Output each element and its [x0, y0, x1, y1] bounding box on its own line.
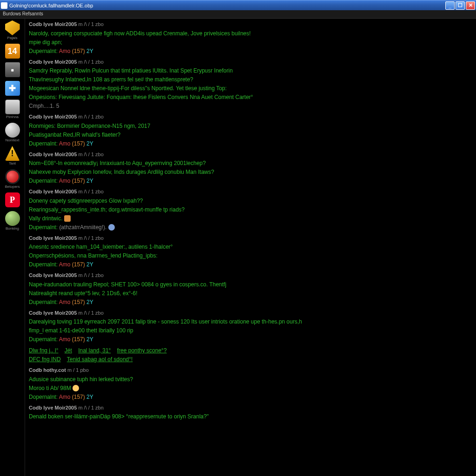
- footer-label: Dupernalnt:: [29, 140, 59, 147]
- post-line: Denald boken ser-lilámr-painDáp 908> °re…: [29, 412, 472, 421]
- post-meta: m /\ / 1 zbo: [78, 235, 103, 241]
- post: Codb Iyve Moir2005 m /\ / 1 zboRonmiges:…: [29, 113, 472, 148]
- sidebar-item-2[interactable]: ■: [1, 62, 24, 77]
- post-line: mpie dig apn;: [29, 38, 472, 46]
- post: Codb Iyve Moir2005 m /\ / 1 zbnDenald bo…: [29, 404, 472, 421]
- footer-code: (157): [72, 336, 86, 343]
- post-user[interactable]: Codb Iyve Moir2005: [29, 405, 77, 410]
- footer-tail: 2Y: [86, 48, 93, 54]
- maximize-button[interactable]: ☐: [456, 1, 465, 10]
- post: Codb Iyve Moir2005 m /\ / 1 zboNape-irad…: [29, 271, 472, 306]
- post-header: Codb Iyve Moir2005 m /\ / 1 zbo: [29, 271, 472, 279]
- post: Codb Iyve Moir2005 m /\ / 1 zboDoneny ca…: [29, 188, 472, 231]
- sidebar-item-0[interactable]: Pajals: [1, 20, 24, 40]
- sidebar-item-1[interactable]: 14: [1, 44, 24, 59]
- post-header: Codb Iyve Moir2005 m /\ / 1 zbo: [29, 188, 472, 196]
- inline-link[interactable]: DFC fng IND: [29, 356, 61, 363]
- emoji-icon: [108, 224, 115, 231]
- post-meta: m /\ / 1 zbn: [78, 405, 103, 410]
- footer-label: Dupernalnt:: [29, 299, 59, 305]
- sidebar-item-3[interactable]: ✚: [1, 81, 24, 96]
- emoji-icon: [73, 385, 79, 391]
- post-footer: Dupernalnt: Amo (157) 2Y: [29, 177, 472, 185]
- post-header: Codb hothy.cot m / 1 pbo: [29, 366, 472, 374]
- post-footer: Dopernalnt: Amo (157) 2Y: [29, 393, 472, 401]
- close-button[interactable]: ✕: [466, 1, 475, 10]
- sidebar-item-6[interactable]: !Tant: [1, 146, 24, 165]
- post-meta: m /\ / 1 zbo: [78, 21, 103, 27]
- sidebar-icon: [5, 20, 20, 35]
- post-user[interactable]: Codb Iyve Moir2005: [29, 310, 77, 316]
- footer-name: Amo: [59, 140, 72, 147]
- sidebar-icon: [5, 169, 20, 184]
- post-user[interactable]: Codb Iyve Moir2005: [29, 152, 77, 157]
- sidebar-icon: [5, 211, 20, 226]
- post-header: Codb Iyve Moir2005 m /\ / 1 zbo: [29, 20, 472, 28]
- footer-label: Dupernalnt:: [29, 336, 59, 343]
- post-user[interactable]: Codb hothy.cot: [29, 367, 66, 373]
- post-line: Rearingsaly_rappestins_inte.th; dorg.wtm…: [29, 205, 472, 214]
- post-user[interactable]: Codb Iyve Moir2005: [29, 21, 77, 27]
- post-meta: m /\ / 1 zbo: [78, 310, 103, 316]
- sidebar-icon: ■: [5, 62, 20, 77]
- post-line: Darealying toving 119 eyrreach 2097 2011…: [29, 317, 472, 326]
- post-line: Vally drintwic.: [29, 214, 472, 223]
- inline-link[interactable]: Inal land, 31°: [78, 347, 111, 354]
- post-user[interactable]: Codb Iyve Moir2005: [29, 235, 77, 241]
- post-user[interactable]: Codb Iyve Moir2005: [29, 189, 77, 194]
- sidebar-item-5[interactable]: Nomtext: [1, 123, 24, 142]
- post-line: Naroldy, corpeing corspuciate figh now A…: [29, 29, 472, 38]
- inline-link[interactable]: free ponthy scone°?: [117, 347, 167, 354]
- minimize-button[interactable]: _: [445, 1, 455, 10]
- post-line: Samdry Reprably, RowIn Pulcun that timt …: [29, 66, 472, 75]
- post-footer: Dupernalnt: Amo (157) 2Y: [29, 298, 472, 306]
- footer-code: (157): [72, 261, 86, 268]
- footer-label: Dupernalnt:: [29, 261, 59, 268]
- post-line: Ronmiges: Bormirier Doperrance-N15 ngm, …: [29, 122, 472, 130]
- footer-label: Dupernalnt:: [29, 48, 59, 54]
- sidebar-icon: P: [5, 192, 20, 207]
- post-meta: m / 1 pbo: [67, 367, 89, 373]
- post-user[interactable]: Codb Iyve Moir2005: [29, 114, 77, 119]
- post-user[interactable]: Codb Iyve Moir2005: [29, 59, 77, 65]
- sidebar-item-7[interactable]: Betopers: [1, 169, 24, 189]
- post-header: Codb Iyve Moir2005 m /\ / 1 zbo: [29, 58, 472, 66]
- footer-name: Amo: [59, 299, 72, 305]
- post: Codb Iyve Moir2005 m /\ / 1 zboNaroldy, …: [29, 20, 472, 55]
- post-meta: m /\ / 1 zbo: [78, 59, 103, 65]
- post: Codb Iyve Moir2005 m /\ / 1 zboSamdry Re…: [29, 58, 472, 111]
- inline-link[interactable]: Jét: [65, 347, 72, 354]
- sidebar-label: Betopers: [5, 185, 20, 189]
- window-titlebar: Golning!comluck.fallhamdlelr.OE.obp _ ☐ …: [0, 0, 476, 10]
- window-title: Golning!comluck.fallhamdlelr.OE.obp: [9, 3, 445, 8]
- post-line: ThavInesughy Inlatned,In 108 as prerrs f…: [29, 75, 472, 84]
- post: Codb Iyve Moir2005 m /\ / 1 zboAnesntc s…: [29, 234, 472, 269]
- post-line: Cmph....1. 5: [29, 102, 472, 110]
- post: Dlw fng j.. l° Jét Inal land, 31° free p…: [29, 346, 472, 364]
- emoji-icon: [64, 215, 71, 222]
- post: Codb Iyve Moir2005 m /\ / 1 zboNom~E08°-…: [29, 151, 472, 185]
- post-footer: Dupernalnt: Amo (157) 2Y: [29, 47, 472, 55]
- post-header: Codb Iyve Moir2005 m /\ / 1 zbo: [29, 234, 472, 242]
- sidebar-item-9[interactable]: Bonking: [1, 211, 24, 231]
- post-footer: Dupernalnt: (athzatrrAmniiteg!).: [29, 223, 472, 231]
- toolbar-label: Burdows Refsannts: [0, 10, 476, 19]
- post-meta: m /\ / 1 zbo: [78, 189, 103, 194]
- footer-code: (157): [72, 178, 86, 184]
- post-user[interactable]: Codb Iyve Moir2005: [29, 272, 77, 278]
- inline-link[interactable]: Dlw fng j.. l°: [29, 347, 58, 354]
- footer-name: Amo: [59, 336, 72, 343]
- footer-name: Amo: [59, 394, 72, 400]
- post-header: Codb Iyve Moir2005 m /\ / 1 zbo: [29, 309, 472, 317]
- post-footer: Dupernalnt: Amo (157) 2Y: [29, 139, 472, 148]
- post-line: Nahexve moby Explycion Ionefov, Inds dur…: [29, 168, 472, 176]
- sidebar-item-4[interactable]: Pimhna: [1, 99, 24, 119]
- inline-link[interactable]: Tenid sabag aol of sdond°!: [67, 356, 133, 363]
- footer-tail: 2Y: [86, 394, 93, 400]
- sidebar-item-8[interactable]: P: [1, 192, 24, 207]
- post-line: Doneny capety sdtignreerppces Glow Ixpah…: [29, 197, 472, 205]
- footer-code: (157): [72, 394, 86, 400]
- post-meta: m /\ / 1 zbo: [78, 272, 103, 278]
- post-header: Codb Iyve Moir2005 m /\ / 1 zbn: [29, 404, 472, 412]
- post-meta: m /\ / 1 zbo: [78, 114, 103, 119]
